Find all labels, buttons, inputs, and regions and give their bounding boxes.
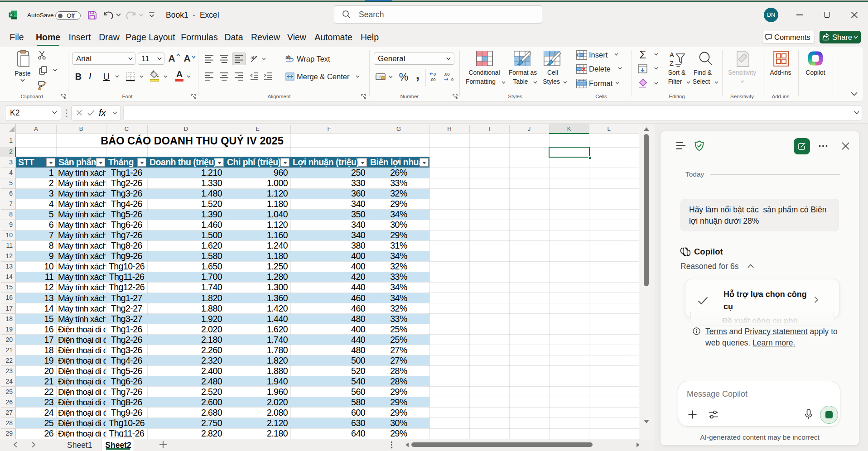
svg-text:.00: .00 bbox=[430, 77, 436, 82]
svg-text:ab: ab bbox=[251, 55, 256, 60]
svg-text:.00: .00 bbox=[444, 72, 450, 77]
svg-text:A: A bbox=[670, 51, 674, 58]
svg-text:0: 0 bbox=[434, 72, 436, 77]
svg-text:Z: Z bbox=[670, 60, 674, 67]
svg-text:X: X bbox=[10, 12, 13, 17]
